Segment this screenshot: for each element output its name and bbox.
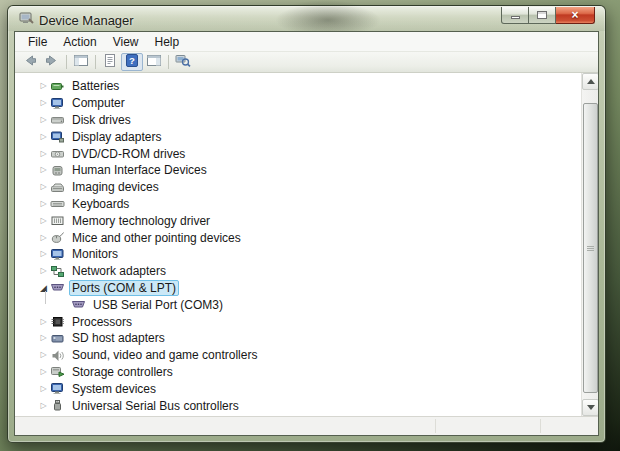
tree-item-system-devices[interactable]: ▷System devices [15,380,581,397]
tree-item-disk-drives[interactable]: ▷Disk drives [15,112,581,129]
expand-arrow-icon[interactable]: ▷ [37,213,50,229]
tree-item-computer[interactable]: ▷Computer [15,95,581,112]
tree-item-label: Imaging devices [69,179,162,195]
tree-item-label: Computer [69,95,128,111]
expand-arrow-icon[interactable]: ▷ [37,78,50,94]
menu-item-action[interactable]: Action [55,33,104,51]
expand-arrow-icon[interactable]: ▷ [37,162,50,178]
display-adapter-icon [50,130,65,143]
action-pane-icon [146,53,162,72]
tree-item-imaging-devices[interactable]: ▷Imaging devices [15,179,581,196]
tree-item-sound-video-and-game-controllers[interactable]: ▷Sound, video and game controllers [15,347,581,364]
collapse-arrow-icon[interactable]: ◢ [37,280,50,296]
tree-item-mice-and-other-pointing-devices[interactable]: ▷Mice and other pointing devices [15,229,581,246]
tree-item-human-interface-devices[interactable]: ▷Human Interface Devices [15,162,581,179]
tree-item-monitors[interactable]: ▷Monitors [15,246,581,263]
back-arrow-icon [22,53,38,72]
scan-hardware-icon [175,53,191,72]
tree-view-panel: ▷Batteries▷Computer▷Disk drives▷Display … [15,73,598,416]
menu-item-file[interactable]: File [20,33,55,51]
keyboard-icon [50,197,65,210]
forward-button[interactable] [41,53,63,71]
expand-arrow-icon[interactable]: ▷ [37,398,50,414]
properties-icon [102,53,118,72]
maximize-icon [537,11,547,19]
menu-item-view[interactable]: View [105,33,147,51]
arrow-up-icon [587,79,595,84]
expand-arrow-icon[interactable]: ▷ [37,330,50,346]
expand-arrow-icon[interactable]: ▷ [37,196,50,212]
tree-item-display-adapters[interactable]: ▷Display adapters [15,128,581,145]
tree-item-label: USB Serial Port (COM3) [90,297,226,313]
device-manager-window: Device Manager × FileActionViewHelp ? ▷B… [7,5,606,443]
monitor-icon [50,248,65,261]
caption-buttons: × [501,7,595,24]
close-button[interactable]: × [556,7,595,24]
tree-item-label: Storage controllers [69,364,176,380]
tree-item-ports-com-lpt[interactable]: ◢Ports (COM & LPT) [15,280,581,297]
expand-arrow-icon[interactable]: ▷ [37,381,50,397]
tree-item-network-adapters[interactable]: ▷Network adapters [15,263,581,280]
minimize-button[interactable] [501,7,529,24]
properties-button[interactable] [99,53,121,71]
back-button[interactable] [19,53,41,71]
memory-card-icon [50,214,65,227]
menu-item-help[interactable]: Help [147,33,188,51]
show-console-tree-button[interactable] [70,53,92,71]
expand-arrow-icon[interactable]: ▷ [37,314,50,330]
device-tree: ▷Batteries▷Computer▷Disk drives▷Display … [15,73,581,416]
scan-hardware-changes-button[interactable] [172,53,194,71]
processor-icon [50,315,65,328]
tree-item-label: Human Interface Devices [69,162,210,178]
window-title: Device Manager [39,13,134,28]
scroll-up-button[interactable] [582,73,598,90]
expand-arrow-icon[interactable]: ▷ [37,146,50,162]
help-button[interactable]: ? [121,53,143,71]
tree-item-label: Universal Serial Bus controllers [69,398,242,414]
tree-item-memory-technology-driver[interactable]: ▷Memory technology driver [15,212,581,229]
tree-item-dvd-cd-rom-drives[interactable]: ▷DVD/CD-ROM drives [15,145,581,162]
imaging-device-icon [50,181,65,194]
maximize-button[interactable] [529,7,556,24]
sd-host-icon [50,332,65,345]
dvd-drive-icon [50,147,65,160]
tree-item-sd-host-adapters[interactable]: ▷SD host adapters [15,330,581,347]
expand-arrow-icon[interactable]: ▷ [37,129,50,145]
disk-drive-icon [50,113,65,126]
title-bar[interactable]: Device Manager × [8,6,605,31]
tree-item-label: Batteries [69,78,122,94]
system-device-icon [50,382,65,395]
toolbar-separator [95,55,96,69]
sound-icon [50,349,65,362]
expand-arrow-icon[interactable]: ▷ [37,112,50,128]
expand-arrow-icon[interactable]: ▷ [37,179,50,195]
storage-controller-icon [50,365,65,378]
tree-item-keyboards[interactable]: ▷Keyboards [15,196,581,213]
expand-arrow-icon[interactable]: ▷ [37,95,50,111]
expand-arrow-icon[interactable]: ▷ [37,263,50,279]
tree-item-label: Display adapters [69,129,164,145]
tree-item-label: Disk drives [69,112,134,128]
tree-item-universal-serial-bus-controllers[interactable]: ▷Universal Serial Bus controllers [15,397,581,414]
tree-item-label: Memory technology driver [69,213,213,229]
battery-icon [50,80,65,93]
computer-icon [50,97,65,110]
vertical-scrollbar[interactable] [581,73,598,416]
action-pane-button[interactable] [143,53,165,71]
usb-icon [50,399,65,412]
scrollbar-thumb[interactable] [583,103,598,393]
expand-arrow-icon[interactable]: ▷ [37,230,50,246]
minimize-icon [511,16,520,19]
hid-icon [50,164,65,177]
tree-item-storage-controllers[interactable]: ▷Storage controllers [15,364,581,381]
tree-item-label: DVD/CD-ROM drives [69,146,188,162]
expand-arrow-icon[interactable]: ▷ [37,347,50,363]
tree-item-label: System devices [69,381,159,397]
tree-item-usb-serial-port-com3[interactable]: USB Serial Port (COM3) [15,296,581,313]
toolbar: ? [15,52,598,73]
tree-item-batteries[interactable]: ▷Batteries [15,78,581,95]
tree-item-processors[interactable]: ▷Processors [15,313,581,330]
scroll-down-button[interactable] [582,399,598,416]
expand-arrow-icon[interactable]: ▷ [37,246,50,262]
expand-arrow-icon[interactable]: ▷ [37,364,50,380]
